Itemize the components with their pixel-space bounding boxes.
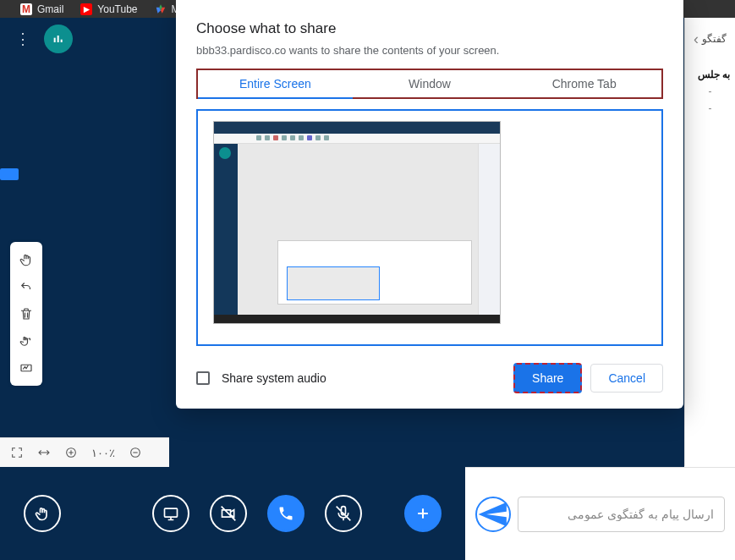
share-audio-label: Share system audio: [222, 371, 326, 385]
svg-rect-1: [58, 36, 59, 42]
chevron-right-icon: ›: [694, 30, 699, 48]
audio-button[interactable]: [267, 495, 304, 532]
screen-thumbnail: [213, 121, 501, 324]
cancel-button[interactable]: Cancel: [590, 364, 663, 393]
undo-tool[interactable]: [14, 274, 39, 299]
zoom-in-icon[interactable]: [64, 446, 78, 459]
share-screen-button[interactable]: [152, 495, 189, 532]
bookmark-gmail[interactable]: M Gmail: [20, 3, 63, 15]
zoom-out-icon[interactable]: [129, 446, 142, 459]
call-controls-bar: [0, 467, 465, 560]
restore-presentation-tab[interactable]: [0, 168, 19, 180]
chat-dash: -: [690, 85, 730, 97]
dialog-footer: Share system audio Share Cancel: [196, 363, 663, 393]
chat-side-body: به جلس - -: [685, 60, 735, 128]
screen-share-dialog: Choose what to share bbb33.pardisco.co w…: [176, 0, 683, 409]
hand-tool[interactable]: [14, 247, 39, 272]
chat-side-header[interactable]: گفتگو ›: [685, 18, 735, 60]
viewer-controls: ۱۰۰٪: [0, 437, 169, 467]
tab-window[interactable]: Window: [353, 70, 507, 97]
bookmark-label: Gmail: [37, 3, 63, 15]
delete-tool[interactable]: [14, 301, 39, 327]
send-message-button[interactable]: [475, 497, 511, 532]
dialog-title: Choose what to share: [196, 20, 663, 37]
raise-hand-button[interactable]: [24, 495, 61, 532]
share-audio-row[interactable]: Share system audio: [196, 371, 326, 385]
tab-chrome-tab[interactable]: Chrome Tab: [507, 70, 661, 97]
camera-off-button[interactable]: [210, 495, 247, 532]
multiuser-tool[interactable]: [14, 328, 39, 354]
svg-rect-2: [61, 40, 63, 42]
line-tool[interactable]: [14, 355, 39, 381]
chat-welcome-text: به جلس: [690, 69, 730, 80]
share-audio-checkbox[interactable]: [196, 371, 210, 385]
fullscreen-icon[interactable]: [10, 446, 24, 459]
chat-header-label: گفتگو: [702, 33, 727, 45]
chat-input-area: [465, 467, 735, 560]
share-source-tabs: Entire Screen Window Chrome Tab: [196, 69, 663, 99]
poll-icon[interactable]: [44, 25, 73, 53]
maps-icon: [155, 3, 167, 15]
zoom-level: ۱۰۰٪: [91, 447, 115, 459]
share-button[interactable]: Share: [513, 363, 582, 393]
chat-message-input[interactable]: [518, 497, 725, 532]
chat-side-panel: گفتگو › به جلس - -: [684, 18, 735, 466]
svg-rect-0: [54, 38, 56, 42]
fit-width-icon[interactable]: [37, 446, 51, 459]
dialog-subtitle: bbb33.pardisco.co wants to share the con…: [196, 44, 663, 57]
actions-plus-button[interactable]: [404, 495, 442, 532]
tab-entire-screen[interactable]: Entire Screen: [198, 70, 353, 97]
gmail-icon: M: [20, 3, 32, 15]
mic-off-button[interactable]: [325, 495, 362, 532]
whiteboard-tools: [10, 242, 42, 386]
bookmark-youtube[interactable]: ► YouTube: [80, 3, 137, 15]
menu-kebab-icon[interactable]: ⋮: [12, 26, 34, 52]
bookmark-label: YouTube: [97, 3, 137, 15]
chat-dash: -: [690, 102, 730, 114]
screen-preview[interactable]: [196, 109, 663, 346]
youtube-icon: ►: [80, 3, 92, 15]
svg-rect-6: [165, 508, 178, 517]
